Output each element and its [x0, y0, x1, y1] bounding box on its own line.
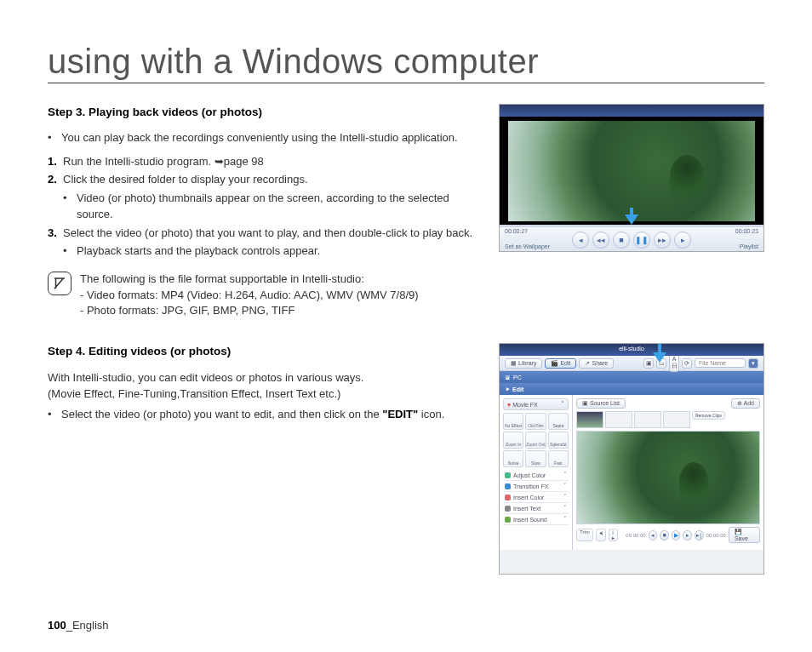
fx-grid: No Effect Old Film Sepia Zoom In Zoom Ou…: [503, 413, 569, 467]
playlist-label[interactable]: Playlist: [740, 243, 758, 249]
note-box: The following is the file format support…: [48, 272, 483, 320]
editor-screenshot: elli-studio ▦ Library 🎬 Edit ↗ Share ▣ ▭…: [499, 343, 764, 575]
step3-item2: 2.Click the desired folder to display yo…: [48, 171, 483, 188]
fx-cell[interactable]: Splendid: [548, 432, 569, 449]
step4-bullet-pre: Select the video (or photo) you want to …: [61, 408, 382, 420]
thumb-placeholder[interactable]: [663, 411, 690, 428]
tp-stop[interactable]: ■: [660, 530, 669, 540]
tp-play[interactable]: ▶: [672, 530, 681, 540]
fx-cell[interactable]: Old Film: [525, 413, 546, 430]
stop-button[interactable]: ■: [613, 232, 630, 249]
step4-intro1: With Intelli-studio, you can edit videos…: [48, 369, 483, 386]
rewind-button[interactable]: ◂◂: [592, 232, 609, 249]
pause-button[interactable]: ❚❚: [633, 232, 650, 249]
effects-panel: ♥Movie FX˄ No Effect Old Film Sepia Zoom…: [500, 395, 573, 550]
fx-list-item[interactable]: Insert Sound˅: [503, 514, 569, 525]
step3-item3-sub-text: Playback starts and the playback control…: [77, 243, 320, 260]
step4-bullet-text: Select the video (or photo) you want to …: [61, 406, 444, 423]
note-video: - Video formats: MP4 (Video: H.264, Audi…: [80, 288, 419, 304]
footer-lang: English: [72, 619, 109, 632]
fx-cell[interactable]: No Effect: [503, 413, 523, 430]
note-icon: [48, 272, 71, 295]
thumb-placeholder[interactable]: [634, 411, 661, 428]
editor-right: ▣ Source List ⊕ Add Remove Clips: [573, 395, 763, 550]
edit-tab[interactable]: 🎬 Edit: [545, 358, 576, 369]
step3-item2-text: Click the desired folder to display your…: [63, 171, 308, 188]
time-left: 00:00:27: [505, 228, 528, 234]
tp-time-right: 00:00:00: [706, 533, 726, 538]
step3-item3-text: Select the video (or photo) that you wan…: [63, 225, 472, 242]
step3-heading: Step 3. Playing back videos (or photos): [48, 104, 483, 121]
editor-preview: [576, 431, 760, 524]
fx-cell[interactable]: Noise: [503, 450, 523, 467]
fx-list-item[interactable]: Transition FX˅: [503, 481, 569, 492]
note-photo: - Photo formats: JPG, GIF, BMP, PNG, TIF…: [80, 303, 419, 319]
tp-prev[interactable]: ◂: [649, 530, 658, 540]
arrow-down-icon: [625, 214, 638, 225]
source-list-tab[interactable]: ▣ Source List: [576, 398, 626, 409]
page-title: using with a Windows computer: [48, 43, 764, 83]
trim-r[interactable]: |▸: [609, 529, 618, 541]
forward-button[interactable]: ▸▸: [654, 232, 671, 249]
library-tab[interactable]: ▦ Library: [505, 358, 542, 369]
thumb-placeholder[interactable]: [605, 411, 632, 428]
player-titlebar: [500, 105, 763, 117]
step3-item1-text: Run the Intelli-studio program. ➥page 98: [63, 153, 264, 170]
next-button[interactable]: ▸: [674, 232, 691, 249]
tool-icon3[interactable]: A日: [669, 354, 679, 372]
thumb[interactable]: [576, 411, 603, 428]
note-text: The following is the file format support…: [80, 272, 419, 320]
trim-l[interactable]: ◂|: [596, 529, 607, 541]
add-button[interactable]: ⊕ Add: [731, 398, 760, 409]
step3-item2-sub: •Video (or photo) thumbnails appear on t…: [63, 190, 483, 223]
fx-cell[interactable]: Zoom Out: [525, 432, 546, 449]
trim-button[interactable]: Trim: [576, 529, 593, 541]
step4-heading: Step 4. Editing videos (or photos): [48, 343, 483, 360]
tool-icon4[interactable]: ⟳: [682, 358, 692, 369]
fx-cell[interactable]: Slow: [525, 450, 546, 467]
tp-time-left: 00:00:00: [626, 533, 645, 538]
editor-title: elli-studio: [619, 346, 644, 352]
tp-next[interactable]: ▸: [683, 530, 692, 540]
editor-transport: Trim ◂| |▸ 00:00:00 ◂ ■ ▶ ▸ ▸| 00:00:00 …: [576, 527, 760, 543]
search-go[interactable]: ▾: [748, 358, 758, 369]
step4-text: Step 4. Editing videos (or photos) With …: [48, 343, 483, 575]
fx-list-item[interactable]: Insert Text˅: [503, 503, 569, 514]
movie-fx-header[interactable]: ♥Movie FX˄: [503, 398, 569, 410]
step3-text: Step 3. Playing back videos (or photos) …: [48, 104, 483, 319]
ed-arrow-head-icon: [653, 352, 666, 363]
time-right: 00:00:23: [735, 228, 758, 234]
edit-subheader: ▸ Edit: [500, 383, 763, 395]
player-screenshot: 00:00:27 00:00:23 ◂ ◂◂ ■ ❚❚ ▸▸ ▸ Set as …: [499, 104, 764, 319]
landscape-image: [508, 121, 755, 221]
step3-item3: 3.Select the video (or photo) that you w…: [48, 225, 483, 242]
step3-item2-sub-text: Video (or photo) thumbnails appear on th…: [77, 190, 483, 223]
fx-cell[interactable]: Sepia: [548, 413, 569, 430]
step3-section: Step 3. Playing back videos (or photos) …: [48, 104, 764, 319]
step4-intro2: (Movie Effect, Fine-Tuning,Transition Ef…: [48, 386, 483, 403]
editor-toolbar: ▦ Library 🎬 Edit ↗ Share ▣ ▭ A日 ⟳ File N…: [500, 356, 763, 371]
step4-section: Step 4. Editing videos (or photos) With …: [48, 343, 764, 575]
source-strip: Remove Clips: [576, 411, 760, 428]
share-tab[interactable]: ↗ Share: [579, 358, 614, 369]
fx-cell[interactable]: Fast: [548, 450, 569, 467]
fx-cell[interactable]: Zoom In: [503, 432, 523, 449]
footer-sep: _: [66, 619, 72, 632]
prev-button[interactable]: ◂: [572, 232, 589, 249]
fx-list-item[interactable]: Insert Color˅: [503, 492, 569, 503]
step4-bullet: • Select the video (or photo) you want t…: [48, 406, 483, 423]
tp-end[interactable]: ▸|: [695, 530, 704, 540]
pc-bar: 🖥 PC: [500, 371, 763, 383]
step3-item1: 1.Run the Intelli-studio program. ➥page …: [48, 153, 483, 170]
step4-bullet-em: "EDIT": [382, 408, 418, 420]
step4-bullet-post: icon.: [418, 408, 444, 420]
step3-bullet1-text: You can play back the recordings conveni…: [61, 129, 458, 146]
remove-button[interactable]: Remove Clips: [692, 411, 725, 420]
fx-list-item[interactable]: Adjust Color˅: [503, 470, 569, 481]
step3-bullet1: • You can play back the recordings conve…: [48, 129, 483, 146]
wallpaper-label[interactable]: Set as Wallpaper: [505, 243, 550, 249]
save-button[interactable]: 💾 Save: [729, 527, 760, 543]
footer: 100_English: [48, 619, 109, 632]
search-input[interactable]: File Name: [695, 358, 746, 368]
editor-titlebar: elli-studio: [500, 344, 763, 356]
